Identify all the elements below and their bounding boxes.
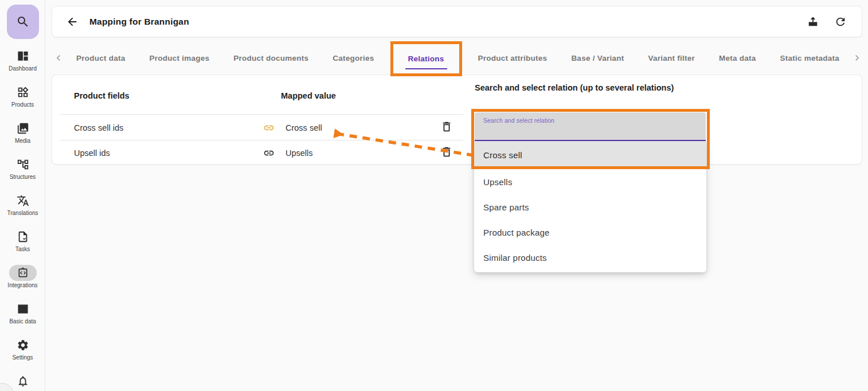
basic-data-icon: [17, 300, 29, 318]
tab-static-metadata[interactable]: Static metadata: [780, 54, 840, 62]
link-icon: [263, 122, 275, 134]
search-icon: [16, 15, 30, 29]
sidebar-item-label: Integrations: [7, 282, 37, 288]
row-divider: [60, 140, 463, 140]
sidebar: Dashboard Products Media Structures Tran…: [0, 0, 45, 391]
relation-search-input[interactable]: Search and select relation: [475, 112, 706, 141]
dropdown-option-spare-parts[interactable]: Spare parts: [474, 194, 706, 220]
mapped-value: Cross sell: [286, 123, 322, 132]
tab-product-data[interactable]: Product data: [76, 54, 126, 62]
row-divider: [60, 114, 463, 115]
mapped-value: Upsells: [286, 148, 313, 158]
sidebar-item-label: Media: [15, 138, 30, 144]
field-name: Upsell ids: [74, 148, 110, 158]
tab-product-images[interactable]: Product images: [150, 54, 210, 62]
tab-product-attributes[interactable]: Product attributes: [478, 54, 548, 62]
tabs-scroll-right-icon[interactable]: [851, 52, 863, 64]
search-button[interactable]: [7, 5, 39, 39]
upload-icon[interactable]: [807, 15, 819, 28]
delete-mapping-icon[interactable]: [440, 120, 453, 133]
sidebar-item-label: Settings: [12, 354, 33, 361]
relation-panel-heading: Search and select relation (up to severa…: [475, 83, 674, 92]
link-icon: [263, 147, 275, 159]
sidebar-item-media[interactable]: Media: [0, 120, 45, 156]
sidebar-item-structures[interactable]: Structures: [0, 156, 45, 192]
back-button[interactable]: [66, 15, 79, 28]
tasks-icon: [17, 228, 29, 245]
sidebar-item-dashboard[interactable]: Dashboard: [0, 48, 45, 84]
sidebar-item-basic-data[interactable]: Basic data: [0, 300, 45, 337]
sidebar-item-tasks[interactable]: Tasks: [0, 228, 45, 264]
translations-icon: [17, 192, 29, 209]
relation-options-dropdown: Cross sell Upsells Spare parts Product p…: [474, 141, 706, 272]
tab-categories[interactable]: Categories: [333, 54, 374, 62]
dropdown-option-product-package[interactable]: Product package: [474, 220, 706, 245]
mapping-panel: Product fields Mapped value Cross sell i…: [52, 75, 862, 165]
sidebar-item-integrations[interactable]: Integrations: [0, 264, 45, 300]
field-name: Cross sell ids: [74, 123, 123, 132]
dashboard-icon: [17, 48, 29, 65]
sidebar-item-label: Basic data: [9, 318, 36, 324]
relation-search-placeholder: Search and select relation: [483, 117, 554, 124]
delete-mapping-icon[interactable]: [440, 146, 453, 158]
column-header-mapped-value: Mapped value: [281, 91, 336, 100]
sidebar-item-products[interactable]: Products: [0, 84, 45, 120]
tabs-scroll-left-icon[interactable]: [53, 52, 64, 64]
tab-base-variant[interactable]: Base / Variant: [571, 54, 624, 62]
column-header-product-fields: Product fields: [74, 91, 130, 100]
integrations-icon: [17, 267, 29, 279]
notifications-icon: [17, 373, 29, 390]
tab-relations[interactable]: Relations: [408, 54, 444, 63]
sidebar-item-settings[interactable]: Settings: [0, 337, 45, 373]
products-icon: [17, 84, 29, 101]
settings-icon: [17, 337, 29, 354]
sidebar-nav: Dashboard Products Media Structures Tran…: [0, 48, 45, 391]
page-header: Mapping for Brannigan: [52, 6, 862, 37]
tab-meta-data[interactable]: Meta data: [719, 54, 756, 62]
dropdown-option-upsells[interactable]: Upsells: [474, 169, 706, 194]
dropdown-option-cross-sell[interactable]: Cross sell: [474, 141, 706, 169]
active-item-pill: [9, 265, 37, 281]
tab-product-documents[interactable]: Product documents: [233, 54, 308, 62]
sidebar-item-label: Structures: [10, 174, 36, 180]
sidebar-item-label: Translations: [7, 210, 38, 216]
media-icon: [17, 120, 29, 137]
sidebar-item-translations[interactable]: Translations: [0, 192, 45, 228]
sidebar-item-label: Products: [11, 101, 34, 108]
tab-relations-highlight-box[interactable]: Relations: [390, 41, 462, 76]
dropdown-option-similar-products[interactable]: Similar products: [474, 245, 706, 270]
tab-variant-filter[interactable]: Variant filter: [648, 54, 695, 62]
structures-icon: [17, 156, 29, 173]
sidebar-item-label: Dashboard: [9, 65, 37, 72]
refresh-icon[interactable]: [834, 15, 847, 28]
page-title: Mapping for Brannigan: [89, 17, 189, 27]
sidebar-item-label: Tasks: [15, 246, 30, 252]
tab-bar: Product data Product images Product docu…: [52, 41, 862, 75]
